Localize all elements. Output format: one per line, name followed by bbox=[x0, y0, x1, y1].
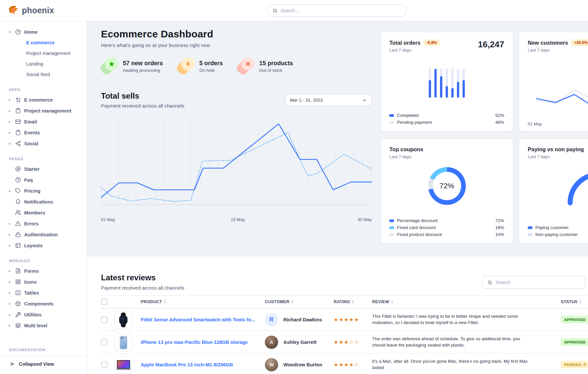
orders-legend: Completed52%Pending payment48% bbox=[389, 112, 504, 126]
sidebar-item-project-management[interactable]: ▸Project management bbox=[0, 105, 87, 116]
total-orders-value: 16,247 bbox=[478, 39, 504, 50]
column-header-label: REVIEW bbox=[372, 300, 389, 304]
product-link[interactable]: Apple MacBook Pro 13 inch-M1-8/256GB bbox=[141, 362, 265, 367]
sidebar-item-forms[interactable]: ▸Forms bbox=[0, 265, 87, 276]
product-image-phone bbox=[114, 333, 132, 351]
avatar: R bbox=[265, 313, 278, 326]
sidebar-item-starter[interactable]: Starter bbox=[0, 164, 87, 174]
caret-down-icon: ▾ bbox=[9, 30, 12, 34]
caret-right-icon: ▸ bbox=[9, 302, 12, 305]
legend-label: Non-paying customer bbox=[535, 232, 578, 237]
sidebar-item-tables[interactable]: ▸Tables bbox=[0, 287, 87, 298]
legend-value: 18% bbox=[495, 225, 504, 230]
sidebar-subitem-label: Social feed bbox=[26, 72, 50, 77]
kpi-cards: Total orders -6.8% Last 7 days 16,247 Co… bbox=[380, 32, 588, 244]
product-link[interactable]: iPhone 13 pro max-Pacific Blue-128GB sto… bbox=[141, 340, 265, 345]
avatar: A bbox=[265, 336, 278, 349]
sidebar-item-members[interactable]: Members bbox=[0, 207, 87, 218]
stats-row: 57 new ordersAwating processing 5 orders… bbox=[101, 57, 372, 75]
column-header-rating[interactable]: RATING▲▼ bbox=[334, 300, 372, 304]
sidebar-item-notifications[interactable]: Notifications bbox=[0, 196, 87, 207]
reviews-search-input[interactable] bbox=[496, 280, 581, 285]
total-orders-card: Total orders -6.8% Last 7 days 16,247 Co… bbox=[380, 32, 513, 131]
table-row: Apple MacBook Pro 13 inch-M1-8/256GBWWoo… bbox=[101, 353, 588, 374]
bell-icon bbox=[15, 199, 21, 205]
sort-icon: ▲▼ bbox=[291, 300, 294, 304]
global-search-input[interactable] bbox=[280, 8, 402, 13]
sidebar-item-social[interactable]: ▸Social bbox=[0, 138, 87, 149]
legend-swatch bbox=[389, 219, 394, 222]
sidebar-subitem-landing[interactable]: Landing bbox=[0, 59, 87, 69]
row-checkbox[interactable] bbox=[101, 316, 108, 323]
bar bbox=[463, 69, 465, 98]
dashboard-left-column: Ecommerce Dashboard Here's what's going … bbox=[101, 21, 372, 224]
sidebar-item-label: Utilities bbox=[24, 312, 41, 317]
sidebar-item-authentication[interactable]: ▸Authentication bbox=[0, 229, 87, 240]
review-text: The order was delivered ahead of schedul… bbox=[372, 336, 548, 349]
legend-swatch bbox=[389, 121, 394, 124]
legend-item: Pending payment48% bbox=[389, 119, 504, 126]
sidebar-item-label: Forms bbox=[24, 268, 39, 274]
sidebar-item-layouts[interactable]: ▸Layouts bbox=[0, 240, 87, 251]
customer-name: Ashley Garrett bbox=[283, 340, 317, 345]
stat-subtitle: On hold bbox=[199, 68, 223, 73]
sidebar-item-multi-level[interactable]: ▸Multi level bbox=[0, 320, 87, 331]
sidebar-item-home[interactable]: ▾ Home bbox=[0, 26, 87, 37]
sidebar-subitem-social-feed[interactable]: Social feed bbox=[0, 69, 87, 80]
sidebar-subitem-project-management[interactable]: Project management bbox=[0, 48, 87, 59]
legend-value: 10% bbox=[495, 232, 504, 237]
select-all-checkbox[interactable] bbox=[101, 299, 108, 305]
customer-cell: AAshley Garrett bbox=[265, 336, 334, 349]
row-checkbox[interactable] bbox=[101, 361, 108, 368]
column-header-customer[interactable]: CUSTOMER▲▼ bbox=[265, 300, 334, 304]
sidebar-item-components[interactable]: ▸Components bbox=[0, 298, 87, 309]
sidebar-item-errors[interactable]: ▸Errors bbox=[0, 218, 87, 229]
sidebar-item-e-commerce[interactable]: ▸E commerce bbox=[0, 94, 87, 105]
sidebar-item-label: Social bbox=[24, 141, 38, 146]
sidebar-item-label: Pricing bbox=[24, 188, 40, 194]
card-title: Paying vs non paying bbox=[528, 146, 584, 153]
date-range-select[interactable]: Mar 1 - 31, 2022 bbox=[285, 94, 372, 106]
column-header-label: RATING bbox=[334, 300, 350, 304]
rating-stars: ★★★★☆ bbox=[334, 362, 372, 368]
sidebar-subitem-e-commerce[interactable]: E commerce bbox=[0, 37, 87, 48]
caret-right-icon: ▸ bbox=[9, 109, 12, 113]
row-checkbox[interactable] bbox=[101, 339, 108, 346]
sidebar-item-label: E commerce bbox=[24, 97, 53, 103]
caret-right-icon: ▸ bbox=[9, 98, 12, 102]
sidebar-subitem-label: Landing bbox=[26, 61, 43, 67]
pie-chart-icon bbox=[15, 29, 21, 35]
caret-right-icon: ▸ bbox=[9, 142, 12, 145]
sidebar-item-label: Layouts bbox=[24, 243, 43, 248]
rating-stars: ★★★★★ bbox=[334, 317, 372, 323]
mail-icon bbox=[15, 119, 21, 124]
x-label: 15 May bbox=[231, 217, 245, 222]
donut-center-label: 72% bbox=[428, 167, 466, 205]
sidebar-item-faq[interactable]: Faq bbox=[0, 174, 87, 185]
collapsed-view-toggle[interactable]: Collapsed View bbox=[0, 356, 87, 374]
sidebar-item-email[interactable]: ▸Email bbox=[0, 116, 87, 127]
column-header-review[interactable]: REVIEW▲▼ bbox=[372, 300, 548, 304]
product-link[interactable]: Fitbit Sense Advanced Smartwatch with To… bbox=[141, 317, 265, 322]
brand-logo[interactable]: phoenix bbox=[8, 5, 54, 16]
column-header-product[interactable]: PRODUCT▲▼ bbox=[141, 300, 265, 304]
sidebar-item-pricing[interactable]: ▸Pricing bbox=[0, 185, 87, 196]
legend-label: Paying customer bbox=[535, 225, 569, 230]
column-header-status[interactable]: STATUS▲▼ bbox=[548, 300, 588, 304]
rating-stars: ★★★☆☆ bbox=[334, 339, 372, 345]
sidebar-item-label: Components bbox=[24, 301, 54, 306]
sidebar-section-label: PAGES bbox=[0, 157, 87, 161]
clipboard-icon bbox=[15, 108, 21, 114]
reviews-search bbox=[482, 276, 586, 289]
bar bbox=[451, 69, 454, 98]
layout-icon bbox=[15, 243, 21, 248]
divider bbox=[101, 84, 372, 84]
legend-item: Fixed card discount18% bbox=[389, 224, 504, 231]
caret-right-icon: ▸ bbox=[9, 280, 12, 284]
top-coupons-card: Top coupons Last 7 days 72% Percentage d… bbox=[380, 139, 513, 244]
sidebar-item-events[interactable]: ▸Events bbox=[0, 127, 87, 138]
legend-label: Pending payment bbox=[397, 120, 432, 125]
sidebar-item-icons[interactable]: ▸Icons bbox=[0, 276, 87, 287]
card-title: Top coupons bbox=[389, 146, 423, 153]
sidebar-item-utilities[interactable]: ▸Utilities bbox=[0, 309, 87, 320]
